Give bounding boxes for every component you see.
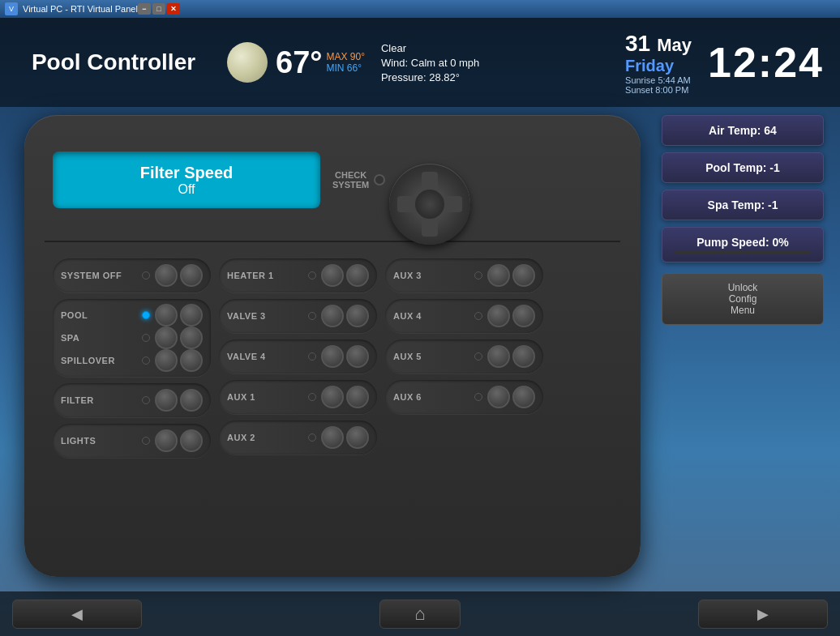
system-off-toggle-2[interactable] bbox=[180, 264, 203, 287]
aux4-control[interactable]: AUX 4 bbox=[385, 299, 543, 333]
display-area: Filter Speed Off CHECK SYSTEM bbox=[41, 131, 624, 228]
home-button[interactable]: ⌂ bbox=[379, 600, 461, 629]
button-col2: HEATER 1 VALVE 3 bbox=[219, 258, 377, 458]
unlock-label: UnlockConfigMenu bbox=[728, 282, 758, 316]
valve4-label: VALVE 4 bbox=[227, 352, 303, 361]
minimize-button[interactable]: − bbox=[138, 3, 151, 15]
pool-temp-button[interactable]: Pool Temp: -1 bbox=[662, 152, 824, 183]
heater1-control[interactable]: HEATER 1 bbox=[219, 258, 377, 292]
filter-toggle-1[interactable] bbox=[155, 389, 178, 412]
valve4-toggle-1[interactable] bbox=[321, 345, 344, 368]
air-temp-button[interactable]: Air Temp: 64 bbox=[662, 115, 824, 146]
dpad[interactable] bbox=[389, 164, 470, 245]
titlebar: V Virtual PC - RTI Virtual Panel − □ ✕ bbox=[0, 0, 840, 18]
close-button[interactable]: ✕ bbox=[167, 3, 180, 15]
dpad-outer[interactable] bbox=[389, 164, 470, 245]
aux1-control[interactable]: AUX 1 bbox=[219, 380, 377, 414]
aux1-toggle-1[interactable] bbox=[321, 386, 344, 408]
aux6-label: AUX 6 bbox=[393, 392, 469, 402]
valve3-toggle-1[interactable] bbox=[321, 305, 344, 327]
dpad-center[interactable] bbox=[415, 190, 444, 219]
spa-toggle-1[interactable] bbox=[155, 327, 178, 349]
pool-control[interactable]: POOL bbox=[61, 304, 203, 327]
valve4-control[interactable]: VALVE 4 bbox=[219, 339, 377, 373]
aux3-toggle-1[interactable] bbox=[487, 264, 510, 287]
pump-speed-label: Pump Speed: 0% bbox=[675, 236, 811, 249]
check-system-label: CHECK SYSTEM bbox=[332, 170, 369, 190]
lcd-value: Off bbox=[178, 182, 195, 197]
aux3-toggle-2[interactable] bbox=[512, 264, 535, 287]
check-system-led bbox=[374, 174, 385, 186]
weather-temperature: 67° bbox=[276, 45, 322, 80]
aux1-toggle-2[interactable] bbox=[346, 386, 369, 408]
heater1-toggle-2[interactable] bbox=[346, 264, 369, 287]
next-button[interactable]: ▶ bbox=[698, 600, 828, 629]
titlebar-controls: − □ ✕ bbox=[138, 3, 180, 15]
weather-wind: Wind: Calm at 0 mph bbox=[381, 57, 479, 69]
aux1-toggle-pair bbox=[321, 386, 369, 408]
aux3-led bbox=[474, 271, 482, 280]
filter-toggle-2[interactable] bbox=[180, 389, 203, 412]
aux5-toggle-1[interactable] bbox=[487, 345, 510, 368]
time-display: 12:24 bbox=[708, 38, 824, 87]
system-off-control[interactable]: SYSTEM OFF bbox=[53, 258, 211, 292]
valve4-toggle-pair bbox=[321, 345, 369, 368]
pool-toggle-1[interactable] bbox=[155, 304, 178, 327]
aux2-toggle-2[interactable] bbox=[346, 426, 369, 449]
home-icon: ⌂ bbox=[414, 604, 425, 625]
sunset-label: Sunset 8:00 PM bbox=[625, 85, 691, 95]
aux2-control[interactable]: AUX 2 bbox=[219, 420, 377, 455]
aux4-label: AUX 4 bbox=[393, 311, 469, 321]
lights-toggle-1[interactable] bbox=[155, 429, 178, 452]
spillover-control[interactable]: SPILLOVER bbox=[61, 349, 203, 372]
filter-led bbox=[142, 396, 150, 404]
aux3-control[interactable]: AUX 3 bbox=[385, 258, 543, 292]
spillover-toggle-2[interactable] bbox=[180, 349, 203, 372]
aux2-toggle-pair bbox=[321, 426, 369, 449]
lights-toggle-2[interactable] bbox=[180, 429, 203, 452]
valve3-toggle-pair bbox=[321, 305, 369, 327]
spa-toggle-2[interactable] bbox=[180, 327, 203, 349]
sun-info: Sunrise 5:44 AM Sunset 8:00 PM bbox=[625, 75, 691, 95]
date-day-month: 31 May bbox=[625, 31, 692, 57]
lights-toggle-pair bbox=[155, 429, 203, 452]
system-off-label: SYSTEM OFF bbox=[61, 271, 137, 280]
titlebar-title: Virtual PC - RTI Virtual Panel bbox=[23, 4, 138, 14]
aux4-toggle-1[interactable] bbox=[487, 305, 510, 327]
valve4-led bbox=[308, 352, 316, 361]
aux4-toggle-2[interactable] bbox=[512, 305, 535, 327]
aux6-toggle-1[interactable] bbox=[487, 386, 510, 408]
lcd-title: Filter Speed bbox=[140, 164, 233, 182]
aux5-toggle-2[interactable] bbox=[512, 345, 535, 368]
aux6-control[interactable]: AUX 6 bbox=[385, 380, 543, 414]
aux5-led bbox=[474, 352, 482, 361]
spa-label: SPA bbox=[61, 333, 137, 343]
aux5-control[interactable]: AUX 5 bbox=[385, 339, 543, 373]
valve3-toggle-2[interactable] bbox=[346, 305, 369, 327]
valve3-control[interactable]: VALVE 3 bbox=[219, 299, 377, 333]
prev-button[interactable]: ◀ bbox=[12, 600, 142, 629]
bottom-nav-bar: ◀ ⌂ ▶ bbox=[0, 591, 840, 636]
pool-toggle-2[interactable] bbox=[180, 304, 203, 327]
lights-label: LIGHTS bbox=[61, 436, 137, 446]
filter-control[interactable]: FILTER bbox=[53, 383, 211, 417]
weather-condition: Clear bbox=[381, 42, 479, 54]
app-title: Pool Controller bbox=[16, 49, 211, 75]
weather-min: MIN 66° bbox=[326, 62, 364, 74]
date-block: 31 May Friday Sunrise 5:44 AM Sunset 8:0… bbox=[625, 31, 692, 95]
heater1-toggle-1[interactable] bbox=[321, 264, 344, 287]
aux2-toggle-1[interactable] bbox=[321, 426, 344, 449]
system-off-toggle-1[interactable] bbox=[155, 264, 178, 287]
spa-control[interactable]: SPA bbox=[61, 327, 203, 349]
maximize-button[interactable]: □ bbox=[152, 3, 165, 15]
valve4-toggle-2[interactable] bbox=[346, 345, 369, 368]
spa-temp-button[interactable]: Spa Temp: -1 bbox=[662, 190, 824, 220]
spillover-toggle-1[interactable] bbox=[155, 349, 178, 372]
date-month: May bbox=[657, 35, 692, 56]
pump-speed-button[interactable]: Pump Speed: 0% bbox=[662, 227, 824, 263]
unlock-config-button[interactable]: UnlockConfigMenu bbox=[662, 273, 824, 325]
valve3-label: VALVE 3 bbox=[227, 311, 303, 321]
aux6-toggle-2[interactable] bbox=[512, 386, 535, 408]
lights-control[interactable]: LIGHTS bbox=[53, 424, 211, 458]
system-off-led bbox=[142, 271, 150, 280]
